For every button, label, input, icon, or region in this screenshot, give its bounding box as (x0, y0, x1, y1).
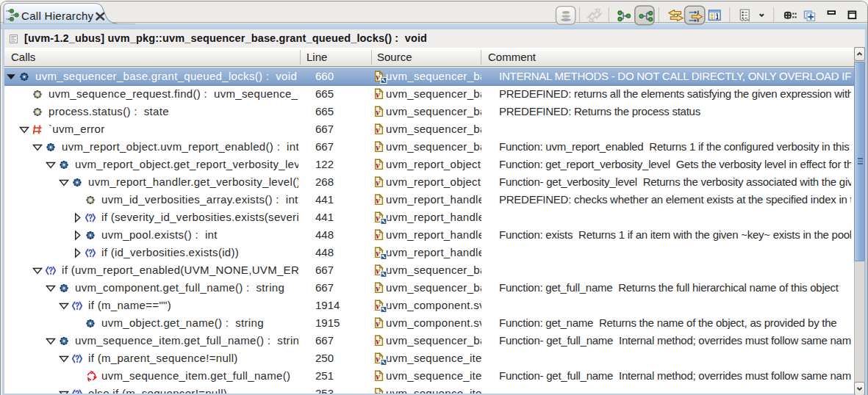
svg-text:v: v (376, 267, 381, 275)
svg-text:v: v (376, 284, 381, 293)
svg-text:v: v (376, 214, 381, 222)
svg-text:v: v (376, 90, 381, 99)
svg-text:v: v (376, 231, 381, 240)
svg-text:v: v (376, 178, 381, 187)
svg-text:v: v (376, 249, 381, 258)
svg-text:v: v (376, 161, 381, 170)
svg-text:v: v (376, 337, 381, 346)
svg-text:v: v (376, 196, 381, 205)
svg-text:v: v (376, 108, 381, 117)
svg-text:v: v (376, 355, 381, 363)
svg-text:v: v (376, 126, 381, 134)
svg-text:v: v (376, 319, 381, 328)
svg-text:v: v (376, 73, 381, 81)
svg-text:v: v (376, 372, 381, 381)
svg-text:v: v (376, 143, 381, 152)
svg-text:v: v (376, 302, 381, 311)
